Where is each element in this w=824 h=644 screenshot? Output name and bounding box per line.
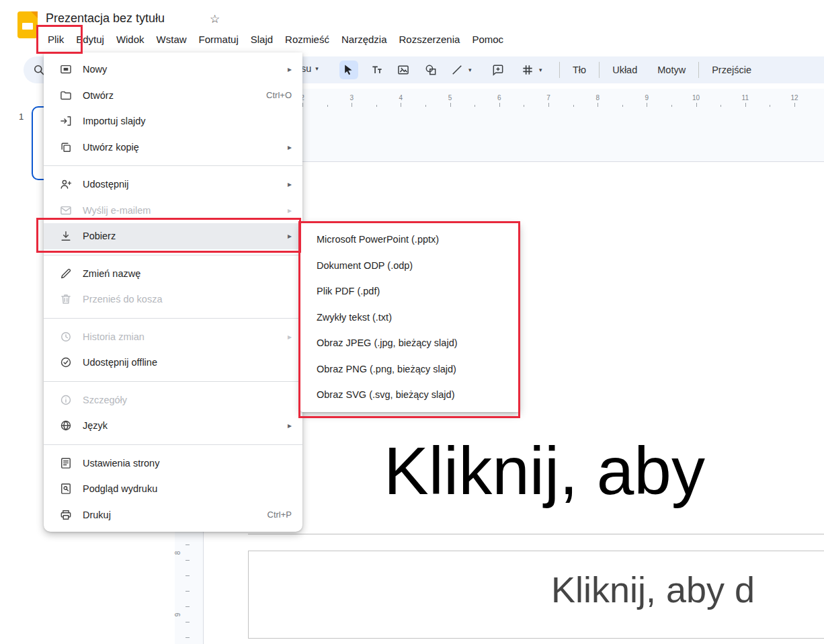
menu-edytuj[interactable]: Edytuj — [70, 32, 110, 46]
menu-item-label: Utwórz kopię — [83, 142, 280, 153]
line-chevron-down-icon[interactable]: ▾ — [468, 67, 472, 73]
file-menu-item-otworz[interactable]: OtwórzCtrl+O — [44, 83, 302, 109]
subtitle-placeholder[interactable]: Kliknij, aby d — [248, 551, 824, 639]
grid-chevron-down-icon[interactable]: ▾ — [539, 67, 542, 73]
menu-item-label: Wyślij e-mailem — [83, 205, 280, 216]
menu-plik[interactable]: Plik — [42, 32, 70, 46]
menu-item-label: Historia zmian — [83, 331, 280, 342]
insert-line-button[interactable] — [448, 61, 466, 79]
toolbar-buttons: TłoUkładMotywPrzejście — [557, 56, 761, 83]
ruler-tick-minor — [573, 105, 574, 107]
ruler-tick — [401, 103, 401, 107]
ruler-tick-minor — [671, 105, 672, 107]
tlo-button[interactable]: Tło — [563, 65, 596, 75]
text-box-button[interactable] — [368, 61, 386, 79]
toolbar-divider — [559, 62, 560, 78]
ruler-tick — [352, 103, 352, 107]
ruler-tick — [186, 545, 190, 545]
ruler-tick-label: 4 — [399, 94, 403, 102]
menu-rozszerzenia[interactable]: Rozszerzenia — [393, 32, 466, 46]
zoom-select[interactable]: su ▾ — [301, 63, 319, 74]
download-submenu-item-svg[interactable]: Obraz SVG (.svg, bieżący slajd) — [300, 382, 520, 408]
file-menu-item-ustawienia-strony[interactable]: Ustawienia strony — [44, 450, 302, 477]
insert-shape-button[interactable] — [421, 61, 440, 79]
file-menu-item-wyslij-e-mailem[interactable]: Wyślij e-mailem▸ — [44, 198, 302, 224]
file-menu-item-udostepnij-offline[interactable]: Udostępnij offline — [44, 350, 302, 376]
file-menu-item-udostepnij[interactable]: Udostępnij▸ — [44, 171, 302, 198]
grid-icon — [521, 63, 534, 77]
file-menu-item-importuj-slajdy[interactable]: Importuj slajdy — [44, 108, 302, 134]
menu-item-label: Zmień nazwę — [83, 268, 292, 279]
menu-pomoc[interactable]: Pomoc — [466, 32, 509, 46]
przejscie-button[interactable]: Przejście — [702, 65, 761, 75]
file-menu-item-zmien-nazwe[interactable]: Zmień nazwę — [44, 261, 302, 287]
submenu-arrow-icon: ▸ — [288, 65, 292, 74]
file-menu-item-pobierz[interactable]: Pobierz▸ — [44, 223, 302, 249]
download-submenu-item-odp[interactable]: Dokument ODP (.odp) — [300, 253, 520, 279]
menu-item-label: Importuj slajdy — [83, 116, 292, 126]
menu-divider — [44, 165, 302, 166]
file-menu-item-nowy[interactable]: Nowy▸ — [44, 56, 302, 83]
download-submenu: Microsoft PowerPoint (.pptx)Dokument ODP… — [300, 223, 520, 412]
email-icon — [59, 204, 73, 217]
file-menu-item-jezyk[interactable]: Język▸ — [44, 413, 302, 439]
ruler-tick-label: 5 — [448, 94, 452, 102]
zoom-select-partial-label: su — [301, 63, 311, 74]
cursor-icon — [342, 63, 356, 77]
slides-logo-icon[interactable] — [15, 11, 40, 39]
file-menu-item-szczegoly[interactable]: Szczegóły — [44, 387, 302, 413]
menu-widok[interactable]: Widok — [110, 32, 151, 46]
file-menu-item-drukuj[interactable]: DrukujCtrl+P — [44, 502, 302, 528]
globe-icon — [59, 419, 73, 432]
ruler-tick-minor — [327, 105, 328, 107]
select-tool-button[interactable] — [339, 61, 358, 79]
document-title[interactable]: Prezentacja bez tytułu — [46, 11, 165, 26]
download-submenu-item-jpeg[interactable]: Obraz JPEG (.jpg, bieżący slajd) — [300, 330, 520, 356]
menu-item-label: Język — [83, 420, 280, 431]
menu-bar: PlikEdytujWidokWstawFormatujSlajdRozmieś… — [42, 30, 509, 48]
import-icon — [59, 114, 73, 128]
ruler-tick — [302, 103, 303, 107]
insert-image-button[interactable] — [394, 61, 413, 79]
ruler-tick — [186, 575, 190, 576]
download-submenu-item-txt[interactable]: Zwykły tekst (.txt) — [300, 305, 520, 331]
ruler-tick — [696, 103, 697, 107]
uklad-button[interactable]: Układ — [602, 65, 647, 75]
add-comment-button[interactable] — [489, 61, 507, 79]
file-menu-item-przenies-do-kosza[interactable]: Przenieś do kosza — [44, 286, 302, 313]
file-menu-item-podglad-wydruku[interactable]: Podgląd wydruku — [44, 476, 302, 502]
menu-item-shortcut: Ctrl+P — [267, 510, 292, 520]
grid-view-button[interactable] — [518, 61, 537, 79]
slide-subtitle-text: Kliknij, aby d — [551, 569, 755, 610]
menu-slajd[interactable]: Slajd — [245, 32, 279, 46]
menu-narzedzia[interactable]: Narzędzia — [335, 32, 393, 46]
menu-item-shortcut: Ctrl+O — [266, 90, 292, 100]
ruler-tick — [186, 622, 190, 622]
ruler-tick-label: 9 — [174, 613, 181, 617]
submenu-arrow-icon: ▸ — [288, 179, 292, 189]
check-circle-icon — [59, 356, 73, 369]
slide-title-text[interactable]: Kliknij, aby — [384, 432, 705, 510]
menu-item-label: Podgląd wydruku — [83, 483, 292, 494]
download-submenu-item-pdf[interactable]: Plik PDF (.pdf) — [300, 278, 520, 305]
ruler-tick-label: 11 — [742, 94, 749, 102]
menu-rozmiesc[interactable]: Rozmieść — [279, 32, 335, 46]
file-menu: Nowy▸OtwórzCtrl+OImportuj slajdyUtwórz k… — [44, 52, 302, 532]
download-submenu-item-png[interactable]: Obraz PNG (.png, bieżący slajd) — [300, 356, 520, 383]
file-menu-item-utworz-kopie[interactable]: Utwórz kopię▸ — [44, 134, 302, 161]
menu-wstaw[interactable]: Wstaw — [151, 32, 193, 46]
menu-item-label: Szczegóły — [83, 395, 292, 405]
download-submenu-item-pptx[interactable]: Microsoft PowerPoint (.pptx) — [300, 227, 520, 253]
menu-item-label: Drukuj — [83, 510, 259, 520]
menu-item-label: Pobierz — [83, 231, 280, 241]
ruler-tick-label: 9 — [645, 94, 649, 102]
menu-formatuj[interactable]: Formatuj — [193, 32, 245, 46]
submenu-arrow-icon: ▸ — [288, 206, 292, 215]
star-icon[interactable]: ☆ — [210, 12, 220, 26]
file-menu-item-historia-zmian[interactable]: Historia zmian▸ — [44, 324, 302, 350]
submenu-arrow-icon: ▸ — [288, 231, 292, 241]
menu-item-label: Ustawienia strony — [83, 458, 292, 469]
motyw-button[interactable]: Motyw — [647, 65, 696, 75]
ruler-tick — [794, 103, 795, 107]
menu-item-label: Udostępnij offline — [83, 357, 292, 368]
